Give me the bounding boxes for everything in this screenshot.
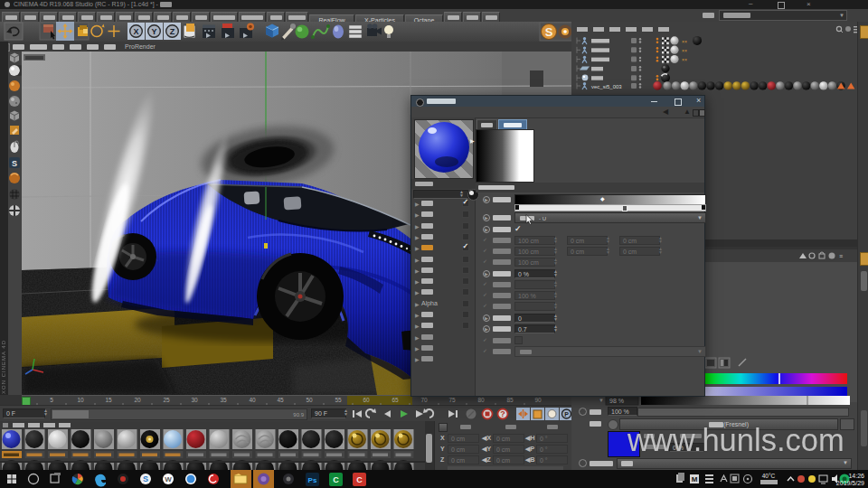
svg-text:Ps: Ps	[308, 476, 317, 484]
svg-text:S: S	[12, 159, 17, 168]
svg-text:C: C	[356, 475, 363, 484]
svg-text:10: 10	[77, 397, 84, 403]
svg-text:20: 20	[134, 397, 141, 403]
svg-text:S: S	[143, 474, 148, 483]
svg-text:65: 65	[392, 397, 399, 403]
svg-text:W: W	[165, 475, 172, 483]
svg-text:?: ?	[500, 409, 505, 418]
svg-text:60: 60	[363, 397, 370, 403]
svg-text:70: 70	[420, 397, 428, 403]
svg-text:≡: ≡	[839, 253, 843, 259]
svg-text:××: ××	[682, 48, 687, 53]
svg-text:75: 75	[448, 397, 456, 403]
svg-text:98 %: 98 %	[609, 398, 624, 404]
svg-text:50: 50	[306, 397, 313, 403]
svg-text:40°C: 40°C	[762, 473, 776, 479]
svg-text:X: X	[133, 27, 138, 36]
svg-text:M: M	[692, 475, 698, 483]
svg-text:30: 30	[191, 397, 198, 403]
svg-text:▼: ▼	[599, 398, 604, 403]
svg-text:35: 35	[220, 397, 227, 403]
svg-text:40: 40	[249, 397, 256, 403]
svg-text:vec_si5_003: vec_si5_003	[591, 84, 622, 89]
svg-text:25: 25	[163, 397, 170, 403]
svg-text:××: ××	[682, 57, 687, 62]
svg-text:45: 45	[277, 397, 284, 403]
svg-text:Y: Y	[151, 27, 156, 36]
svg-text:Z: Z	[170, 27, 175, 36]
svg-text:P: P	[564, 411, 569, 418]
svg-text:S: S	[545, 25, 553, 39]
svg-text:85: 85	[506, 397, 514, 403]
svg-text:××: ××	[682, 39, 687, 44]
svg-text:15: 15	[105, 397, 112, 403]
svg-text:90: 90	[534, 397, 542, 403]
svg-text:55: 55	[335, 397, 342, 403]
svg-text:5: 5	[50, 397, 53, 403]
svg-text:C: C	[333, 475, 339, 484]
svg-text:80: 80	[477, 397, 485, 403]
